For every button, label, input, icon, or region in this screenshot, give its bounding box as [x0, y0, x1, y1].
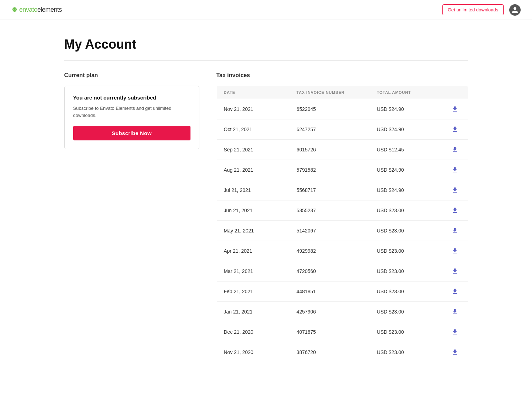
- invoice-number: 4257906: [289, 302, 370, 322]
- col-header-amount: TOTAL AMOUNT: [370, 86, 442, 99]
- download-invoice-button[interactable]: [450, 266, 460, 276]
- invoice-download-cell: [443, 282, 468, 302]
- invoice-amount: USD $24.90: [370, 119, 442, 140]
- invoice-date: Jun 21, 2021: [216, 200, 289, 221]
- invoice-download-cell: [443, 261, 468, 282]
- table-row: Aug 21, 2021 5791582 USD $24.90: [216, 160, 468, 180]
- get-unlimited-button[interactable]: Get unlimited downloads: [442, 4, 504, 15]
- invoice-download-cell: [443, 200, 468, 221]
- download-invoice-button[interactable]: [450, 205, 460, 215]
- invoice-download-cell: [443, 302, 468, 322]
- current-plan-section-title: Current plan: [64, 72, 199, 79]
- download-icon: [451, 247, 458, 254]
- table-row: Jul 21, 2021 5568717 USD $24.90: [216, 180, 468, 200]
- invoice-number: 6522045: [289, 99, 370, 119]
- table-row: Oct 21, 2021 6247257 USD $24.90: [216, 119, 468, 140]
- plan-card-desc: Subscribe to Envato Elements and get unl…: [73, 105, 190, 119]
- download-icon: [451, 146, 458, 153]
- download-invoice-button[interactable]: [450, 307, 460, 317]
- download-invoice-button[interactable]: [450, 347, 460, 357]
- invoice-number: 3876720: [289, 342, 370, 363]
- invoice-download-cell: [443, 241, 468, 261]
- invoice-amount: USD $23.00: [370, 282, 442, 302]
- page-content: My Account Current plan You are not curr…: [53, 20, 479, 391]
- current-plan-section: Current plan You are not currently subsc…: [64, 72, 199, 149]
- invoice-amount: USD $24.90: [370, 99, 442, 119]
- invoice-date: Aug 21, 2021: [216, 160, 289, 180]
- page-title: My Account: [64, 37, 468, 61]
- download-icon: [451, 187, 458, 194]
- table-row: Feb 21, 2021 4481851 USD $23.00: [216, 282, 468, 302]
- invoice-amount: USD $23.00: [370, 342, 442, 363]
- download-icon: [451, 308, 458, 315]
- header: envatoelements Get unlimited downloads: [0, 0, 532, 20]
- invoice-date: Mar 21, 2021: [216, 261, 289, 282]
- download-invoice-button[interactable]: [450, 327, 460, 337]
- invoice-download-cell: [443, 342, 468, 363]
- invoice-amount: USD $24.90: [370, 160, 442, 180]
- invoice-download-cell: [443, 322, 468, 342]
- table-row: Nov 21, 2020 3876720 USD $23.00: [216, 342, 468, 363]
- invoice-date: Dec 21, 2020: [216, 322, 289, 342]
- table-row: Jun 21, 2021 5355237 USD $23.00: [216, 200, 468, 221]
- invoice-amount: USD $23.00: [370, 241, 442, 261]
- user-account-icon[interactable]: [509, 4, 521, 16]
- plan-card-title: You are not currently subscribed: [73, 95, 190, 101]
- download-invoice-button[interactable]: [450, 104, 460, 114]
- invoice-number: 5142067: [289, 221, 370, 241]
- invoice-amount: USD $23.00: [370, 200, 442, 221]
- download-invoice-button[interactable]: [450, 145, 460, 155]
- invoice-download-cell: [443, 221, 468, 241]
- invoice-number: 4929982: [289, 241, 370, 261]
- invoice-number: 4071875: [289, 322, 370, 342]
- main-grid: Current plan You are not currently subsc…: [64, 72, 468, 363]
- invoice-amount: USD $23.00: [370, 261, 442, 282]
- download-invoice-button[interactable]: [450, 226, 460, 236]
- person-icon: [511, 6, 518, 14]
- download-icon: [451, 268, 458, 275]
- invoice-date: Apr 21, 2021: [216, 241, 289, 261]
- table-row: Mar 21, 2021 4720560 USD $23.00: [216, 261, 468, 282]
- plan-card: You are not currently subscribed Subscri…: [64, 86, 199, 149]
- download-icon: [451, 288, 458, 295]
- invoice-number: 4720560: [289, 261, 370, 282]
- download-invoice-button[interactable]: [450, 286, 460, 296]
- invoice-date: Sep 21, 2021: [216, 140, 289, 160]
- table-row: Sep 21, 2021 6015726 USD $12.45: [216, 140, 468, 160]
- download-icon: [451, 207, 458, 214]
- download-invoice-button[interactable]: [450, 124, 460, 134]
- logo-text: envatoelements: [19, 6, 62, 14]
- invoices-tbody: Nov 21, 2021 6522045 USD $24.90 Oct 21, …: [216, 99, 468, 363]
- invoice-date: Nov 21, 2020: [216, 342, 289, 363]
- download-invoice-button[interactable]: [450, 165, 460, 175]
- download-icon: [451, 106, 458, 113]
- table-row: Dec 21, 2020 4071875 USD $23.00: [216, 322, 468, 342]
- invoice-number: 5355237: [289, 200, 370, 221]
- download-icon: [451, 166, 458, 173]
- invoice-download-cell: [443, 180, 468, 200]
- invoice-amount: USD $23.00: [370, 221, 442, 241]
- invoice-number: 5791582: [289, 160, 370, 180]
- invoices-table: DATE TAX INVOICE NUMBER TOTAL AMOUNT Nov…: [216, 86, 468, 363]
- download-invoice-button[interactable]: [450, 185, 460, 195]
- invoice-number: 6015726: [289, 140, 370, 160]
- invoice-amount: USD $24.90: [370, 180, 442, 200]
- invoice-date: Jan 21, 2021: [216, 302, 289, 322]
- invoice-date: Oct 21, 2021: [216, 119, 289, 140]
- col-header-download: [443, 86, 468, 99]
- invoice-number: 5568717: [289, 180, 370, 200]
- download-icon: [451, 227, 458, 234]
- envato-leaf-icon: [11, 7, 18, 13]
- invoice-date: Feb 21, 2021: [216, 282, 289, 302]
- invoices-table-header: DATE TAX INVOICE NUMBER TOTAL AMOUNT: [216, 86, 468, 99]
- download-invoice-button[interactable]: [450, 246, 460, 256]
- col-header-date: DATE: [216, 86, 289, 99]
- invoice-amount: USD $23.00: [370, 322, 442, 342]
- invoice-download-cell: [443, 119, 468, 140]
- subscribe-now-button[interactable]: Subscribe Now: [73, 126, 190, 140]
- invoice-number: 6247257: [289, 119, 370, 140]
- logo[interactable]: envatoelements: [11, 6, 62, 14]
- invoice-date: Nov 21, 2021: [216, 99, 289, 119]
- download-icon: [451, 328, 458, 336]
- invoice-download-cell: [443, 140, 468, 160]
